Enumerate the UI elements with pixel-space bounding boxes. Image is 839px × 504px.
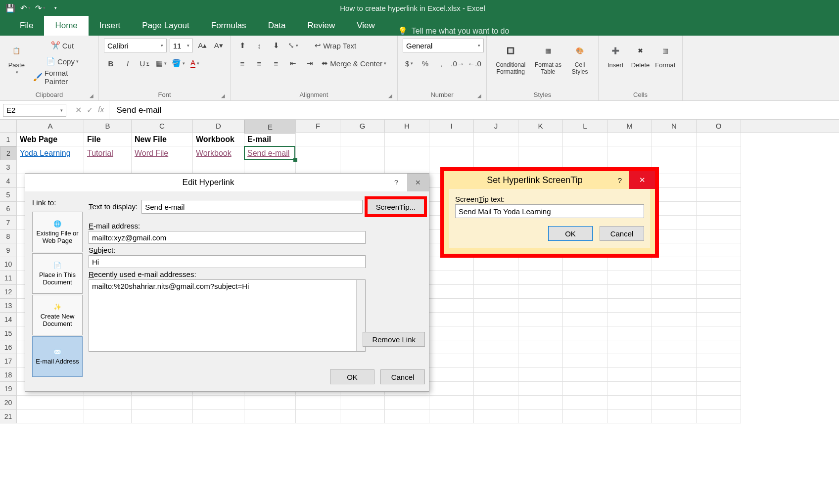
cell[interactable] (697, 326, 741, 340)
cell[interactable] (340, 396, 385, 410)
cell[interactable] (296, 146, 340, 160)
row-header[interactable]: 1 (0, 133, 17, 146)
row-header[interactable]: 17 (0, 354, 17, 368)
cell[interactable] (697, 354, 741, 368)
column-header[interactable]: K (518, 120, 563, 132)
conditional-formatting-button[interactable]: 🔲Conditional Formatting (492, 39, 529, 77)
increase-indent-icon[interactable]: ⇥ (303, 56, 317, 70)
cell[interactable] (340, 146, 385, 160)
cell[interactable] (563, 368, 607, 382)
cell[interactable] (652, 396, 697, 410)
cell[interactable]: Workbook (193, 146, 244, 160)
cell[interactable] (697, 410, 741, 423)
cell[interactable] (563, 340, 607, 354)
cell[interactable] (518, 313, 563, 326)
column-header[interactable]: J (474, 120, 518, 132)
tab-data[interactable]: Data (257, 16, 297, 36)
delete-cells-button[interactable]: ✖Delete (628, 39, 652, 71)
column-header[interactable]: L (563, 120, 607, 132)
row-header[interactable]: 19 (0, 382, 17, 396)
cell[interactable] (697, 133, 741, 146)
cell[interactable] (296, 410, 340, 423)
row-header[interactable]: 21 (0, 410, 17, 423)
cell[interactable] (17, 160, 84, 174)
cell[interactable] (607, 340, 652, 354)
cell[interactable] (474, 146, 518, 160)
cell[interactable] (697, 229, 741, 243)
cell[interactable] (518, 299, 563, 313)
cell[interactable] (518, 410, 563, 423)
cell[interactable] (132, 396, 193, 410)
cell[interactable] (607, 146, 652, 160)
row-header[interactable]: 20 (0, 396, 17, 410)
cell[interactable] (697, 160, 741, 174)
cell[interactable] (607, 133, 652, 146)
cell[interactable] (563, 285, 607, 299)
number-format-select[interactable]: General▾ (403, 39, 484, 52)
cell[interactable] (518, 326, 563, 340)
tab-review[interactable]: Review (297, 16, 346, 36)
cell[interactable] (518, 146, 563, 160)
column-header[interactable]: C (132, 120, 193, 132)
row-header[interactable]: 16 (0, 340, 17, 354)
increase-decimal-icon[interactable]: .0→ (451, 56, 465, 70)
cell[interactable] (563, 410, 607, 423)
cell[interactable] (607, 257, 652, 271)
cell[interactable] (697, 396, 741, 410)
decrease-indent-icon[interactable]: ⇤ (286, 56, 300, 70)
cell[interactable] (652, 285, 697, 299)
remove-link-button[interactable]: Remove Link (363, 332, 425, 347)
qat-customize-icon[interactable]: ▾ (49, 2, 60, 13)
cut-button[interactable]: ✂️ Cut (31, 39, 93, 52)
cell[interactable] (563, 133, 607, 146)
cell[interactable] (385, 396, 429, 410)
row-header[interactable]: 2 (0, 146, 17, 160)
cell[interactable] (474, 313, 518, 326)
cell[interactable] (518, 340, 563, 354)
merge-center-button[interactable]: ⬌ Merge & Center▾ (320, 56, 388, 70)
cell[interactable]: Send e-mail (244, 146, 296, 160)
linkto-email-address[interactable]: ✉️E-mail Address (32, 336, 83, 377)
screentip-text-input[interactable]: Send Mail To Yoda Learning (455, 204, 644, 218)
cell[interactable] (518, 271, 563, 285)
font-name-select[interactable]: Calibri▾ (104, 39, 167, 52)
cell[interactable] (563, 326, 607, 340)
cell[interactable]: Web Page (17, 133, 84, 146)
cell[interactable] (429, 340, 474, 354)
column-header[interactable]: D (193, 120, 244, 132)
cell[interactable] (607, 396, 652, 410)
row-header[interactable]: 8 (0, 229, 17, 243)
cell[interactable] (652, 382, 697, 396)
help-icon[interactable]: ? (385, 174, 407, 191)
fill-color-button[interactable]: 🪣▾ (171, 56, 185, 70)
cell[interactable] (652, 326, 697, 340)
cell[interactable] (697, 299, 741, 313)
cell[interactable] (518, 368, 563, 382)
text-to-display-input[interactable]: Send e-mail (141, 200, 362, 214)
cell[interactable] (193, 410, 244, 423)
insert-cells-button[interactable]: ➕Insert (604, 39, 627, 71)
cell[interactable] (385, 160, 429, 174)
linkto-create-new[interactable]: ✨Create New Document (32, 295, 83, 335)
cell[interactable]: File (84, 133, 132, 146)
tab-page-layout[interactable]: Page Layout (131, 16, 200, 36)
cell[interactable] (474, 340, 518, 354)
cell[interactable] (607, 354, 652, 368)
column-header[interactable]: N (652, 120, 697, 132)
cell[interactable] (340, 133, 385, 146)
cell[interactable] (563, 396, 607, 410)
cell[interactable] (652, 271, 697, 285)
cell[interactable] (84, 396, 132, 410)
underline-button[interactable]: U▾ (138, 56, 151, 70)
cell[interactable] (518, 396, 563, 410)
save-icon[interactable]: 💾 (5, 2, 16, 13)
cell[interactable] (474, 133, 518, 146)
cell[interactable] (518, 285, 563, 299)
cell[interactable] (429, 146, 474, 160)
column-header[interactable]: A (17, 120, 84, 132)
cancel-button[interactable]: Cancel (600, 226, 644, 241)
select-all-corner[interactable] (0, 120, 17, 132)
name-box[interactable]: E2▾ (3, 104, 66, 117)
cell[interactable] (652, 257, 697, 271)
dialog-launcher-icon[interactable]: ◢ (90, 93, 93, 98)
